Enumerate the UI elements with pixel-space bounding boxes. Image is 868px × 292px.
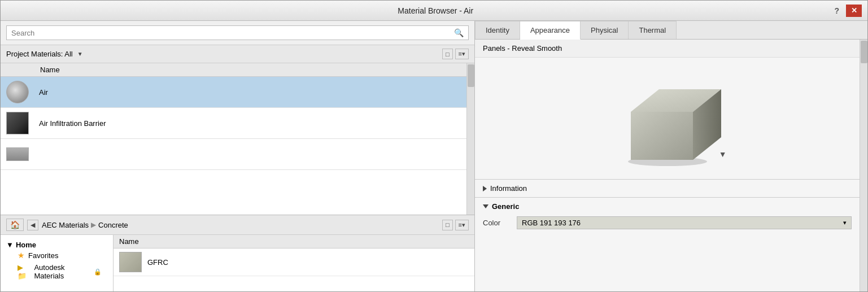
right-panel: Identity Appearance Physical Thermal Pan…	[475, 21, 867, 291]
bottom-view-thumbnail-button[interactable]: □	[442, 220, 453, 230]
star-icon: ★	[18, 251, 25, 260]
tree-home-header[interactable]: ▼ Home	[6, 241, 107, 249]
breadcrumb-concrete[interactable]: Concrete	[98, 221, 128, 229]
generic-label: Generic	[492, 202, 519, 211]
right-material-list: Name GFRC	[114, 235, 474, 291]
search-input[interactable]	[11, 29, 454, 37]
tab-appearance[interactable]: Appearance	[520, 21, 581, 40]
bottom-content: ▼ Home ★ Favorites ▶📁 Autodesk Materials…	[1, 235, 474, 291]
project-materials-bar: Project Materials: All ▼ □ ≡▾	[1, 45, 474, 63]
breadcrumb-sep: ▶	[91, 221, 96, 229]
row-thumbnail	[1, 108, 34, 138]
generic-color-row: Color RGB 191 193 176 ▾	[483, 216, 852, 229]
row-name: Air Infiltration Barrier	[34, 119, 466, 128]
search-input-wrap[interactable]: 🔍	[6, 25, 469, 40]
table-header: Name	[1, 63, 466, 77]
color-dropdown-icon[interactable]: ▾	[843, 219, 847, 226]
bottom-nav-bar: 🏠 ◀ AEC Materials ▶ Concrete □ ≡▾	[1, 215, 474, 235]
autodesk-materials-label: Autodesk Materials	[34, 263, 90, 280]
favorites-label: Favorites	[28, 251, 58, 260]
materials-table: Name Air Air Infiltration Ba	[1, 63, 466, 215]
bottom-view-list-button[interactable]: ≡▾	[455, 220, 469, 230]
tab-identity[interactable]: Identity	[475, 21, 520, 39]
tab-content-area: Panels - Reveal Smooth	[475, 40, 867, 291]
material-cube-preview	[614, 67, 721, 168]
collapse-icon	[483, 186, 487, 191]
material-thumbnail	[119, 252, 142, 272]
color-value[interactable]: RGB 191 193 176 ▾	[517, 216, 852, 229]
color-value-text: RGB 191 193 176	[522, 219, 581, 227]
appearance-title: Panels - Reveal Smooth	[483, 44, 562, 53]
name-column-header: Name	[40, 66, 461, 74]
search-button[interactable]: 🔍	[454, 28, 464, 37]
breadcrumb-aec-materials[interactable]: AEC Materials	[42, 221, 89, 229]
view-list-button[interactable]: ≡▾	[455, 49, 469, 59]
tabs-bar: Identity Appearance Physical Thermal	[475, 21, 867, 40]
bottom-toolbar: □ ≡▾	[442, 220, 469, 230]
air-infiltration-thumbnail	[6, 112, 29, 134]
breadcrumb: AEC Materials ▶ Concrete	[42, 221, 128, 229]
search-bar: 🔍	[1, 21, 474, 45]
tab-thermal[interactable]: Thermal	[629, 21, 677, 39]
tree-item-autodesk-materials[interactable]: ▶📁 Autodesk Materials 🔒	[6, 262, 107, 282]
tree-home-label: Home	[16, 241, 36, 249]
window-title: Material Browser - Air	[40, 6, 831, 15]
main-content: 🔍 Project Materials: All ▼ □ ≡▾	[1, 21, 867, 291]
help-button[interactable]: ?	[831, 5, 843, 16]
materials-scrollbar[interactable]	[466, 63, 474, 215]
table-row[interactable]: Air Infiltration Barrier	[1, 108, 466, 139]
project-materials-label: Project Materials: All	[6, 50, 73, 58]
folder-icon: ▶📁	[18, 263, 30, 280]
tree-item-favorites[interactable]: ★ Favorites	[6, 249, 107, 262]
partial-thumbnail	[6, 147, 29, 161]
view-thumbnail-button[interactable]: □	[442, 49, 453, 59]
information-section[interactable]: Information	[475, 180, 860, 197]
right-name-col-header: Name	[119, 237, 139, 246]
project-materials-toolbar: □ ≡▾	[442, 49, 469, 59]
information-header[interactable]: Information	[483, 184, 852, 193]
generic-header[interactable]: Generic	[483, 202, 852, 211]
project-materials-dropdown-arrow[interactable]: ▼	[77, 51, 83, 57]
material-name: GFRC	[147, 258, 168, 267]
row-thumbnail	[1, 139, 34, 169]
left-bottom: 🏠 ◀ AEC Materials ▶ Concrete □ ≡▾	[1, 215, 474, 291]
left-tree: ▼ Home ★ Favorites ▶📁 Autodesk Materials…	[1, 235, 114, 291]
color-label: Color	[483, 219, 511, 227]
search-icon: 🔍	[454, 28, 464, 37]
table-row[interactable]: Air	[1, 77, 466, 108]
home-icon: 🏠	[10, 220, 20, 229]
material-preview: ▼	[475, 58, 860, 179]
close-button[interactable]: ✕	[846, 5, 862, 17]
tab-physical[interactable]: Physical	[581, 21, 629, 39]
title-bar: Material Browser - Air ? ✕	[1, 1, 867, 21]
expand-icon	[483, 204, 488, 208]
row-thumbnail	[1, 77, 34, 107]
appearance-header: Panels - Reveal Smooth	[475, 40, 860, 58]
generic-section: Generic Color RGB 191 193 176 ▾	[475, 198, 860, 238]
svg-marker-1	[631, 112, 693, 160]
left-panel: 🔍 Project Materials: All ▼ □ ≡▾	[1, 21, 475, 291]
right-panel-scrollbar[interactable]	[860, 40, 867, 291]
tab-content: Panels - Reveal Smooth	[475, 40, 860, 291]
row-name: Air	[34, 88, 466, 97]
table-row[interactable]	[1, 139, 466, 170]
right-table-header: Name	[114, 235, 474, 249]
home-button[interactable]: 🏠	[6, 219, 24, 231]
information-label: Information	[490, 184, 527, 193]
tree-collapse-icon: ▼	[6, 241, 14, 249]
preview-dropdown-icon[interactable]: ▼	[719, 150, 727, 159]
lock-icon: 🔒	[94, 268, 102, 276]
material-list-row[interactable]: GFRC	[114, 249, 474, 276]
main-window: Material Browser - Air ? ✕ 🔍 Project Mat…	[0, 0, 868, 292]
nav-back-button[interactable]: ◀	[27, 220, 38, 230]
air-thumbnail	[6, 81, 29, 103]
